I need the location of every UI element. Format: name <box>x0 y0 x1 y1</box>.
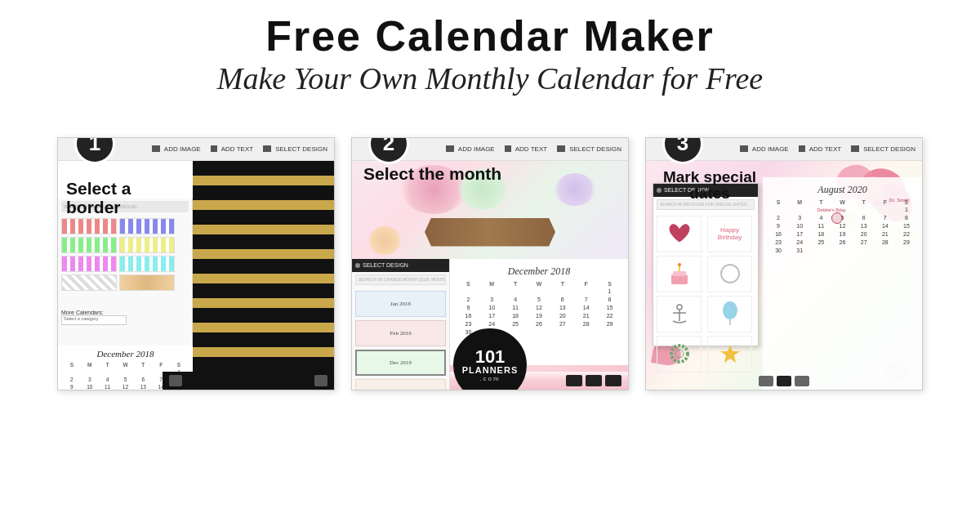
select-design-bar-2[interactable]: SELECT DESIGN <box>352 259 449 272</box>
next-btn-1[interactable] <box>314 375 327 386</box>
card2-left-panel: SELECT DESIGN SEARCH OR CHANGE MONTH (20… <box>352 259 450 390</box>
add-text-btn-2[interactable]: ADD TEXT <box>505 145 547 153</box>
cal-grid-3: SMTWTFS 1Dr. Smith 2 3 <box>768 199 917 255</box>
image-icon-3 <box>740 145 748 152</box>
design-icon <box>263 145 271 152</box>
border-thumb-5[interactable] <box>61 256 117 272</box>
card1-title-area: Select a border <box>58 161 193 221</box>
stamp-com: .com <box>479 375 500 382</box>
border-thumb-7[interactable] <box>61 274 117 291</box>
svg-marker-11 <box>720 345 740 363</box>
svg-point-10 <box>675 350 684 358</box>
select-design-btn-2[interactable]: SELECT DESIGN <box>557 145 621 153</box>
cal-grid-2: SMTWTFS 1 2345678 9101112131415 16171819… <box>457 280 621 337</box>
svg-point-4 <box>721 265 739 283</box>
select-design-btn-1[interactable]: SELECT DESIGN <box>263 145 327 153</box>
svg-point-9 <box>671 346 688 362</box>
step3-label: Mark special dates <box>653 169 767 203</box>
month-thumb-4[interactable]: Jan 2019 <box>355 379 446 390</box>
sdp-icons-grid: HappyBirthday <box>653 212 758 376</box>
step2-label: Select the month <box>363 164 501 183</box>
prev-btn-1[interactable] <box>169 375 182 386</box>
banner-shape <box>425 218 555 247</box>
select-category-dropdown[interactable]: Select a category <box>61 315 127 325</box>
card1-cal-title: December 2018 <box>63 349 188 359</box>
card3-title-area: Mark special dates <box>653 169 767 203</box>
svg-point-3 <box>678 263 681 266</box>
step1-label: Select a border <box>66 179 185 216</box>
sdp-icon-balloon[interactable] <box>707 296 752 332</box>
title-line2: Make Your Own Monthly Calendar for Free <box>16 60 964 98</box>
stamp-101: 101 <box>475 348 506 366</box>
add-text-btn-3[interactable]: ADD TEXT <box>799 145 841 153</box>
border-thumb-6[interactable] <box>119 256 175 272</box>
sdp-icon-wreath[interactable] <box>657 336 702 372</box>
sdp-icon-happy-bday[interactable]: HappyBirthday <box>707 216 752 252</box>
step-card-2: 2 ADD IMAGE ADD TEXT SELECT DESIGN <box>351 137 629 390</box>
month-thumb-3[interactable]: Dec 2018 <box>355 350 446 376</box>
floral-blob-4 <box>368 226 401 255</box>
header: Free Calendar Maker Make Your Own Monthl… <box>0 0 980 105</box>
month-thumb-2[interactable]: Feb 2018 <box>355 320 446 346</box>
design-icon-2 <box>557 145 565 152</box>
border-thumb-8[interactable] <box>119 274 175 291</box>
add-text-btn-1[interactable]: ADD TEXT <box>211 145 253 153</box>
card3-bottom-btns <box>759 376 809 386</box>
btn-2c[interactable] <box>605 375 621 386</box>
design-icon-3 <box>851 145 859 152</box>
card3-select-design-panel: SELECT DESIGN SEARCH IN 500 ICONS FOR SP… <box>653 183 759 346</box>
btn-3c[interactable] <box>795 376 809 386</box>
btn-3a[interactable] <box>759 376 773 386</box>
sdp-icon-heart[interactable] <box>657 216 702 252</box>
sdp-icon-anchor[interactable] <box>657 296 702 332</box>
card2-title-area: Select the month <box>363 164 501 183</box>
text-icon <box>211 145 217 152</box>
month-thumbnails: Jan 2018 Feb 2018 Dec 2018 Jan 2019 <box>352 288 449 390</box>
card2-cal-title: December 2018 <box>457 265 621 278</box>
sdb-dot-2 <box>355 263 360 268</box>
add-image-btn-3[interactable]: ADD IMAGE <box>740 145 789 153</box>
add-image-btn-1[interactable]: ADD IMAGE <box>152 145 201 153</box>
btn-2a[interactable] <box>566 375 582 386</box>
sdp-icon-cake[interactable] <box>657 256 702 292</box>
more-calendars: More Calendars: Select a category <box>58 307 130 328</box>
add-image-btn-2[interactable]: ADD IMAGE <box>446 145 495 153</box>
card1-calendar-area: Select a border SELECT DESIGN SEARCH OR … <box>58 161 193 390</box>
month-thumb-1[interactable]: Jan 2018 <box>355 291 446 317</box>
border-thumbnails <box>58 215 192 294</box>
svg-point-7 <box>723 301 737 319</box>
text-icon-3 <box>799 145 805 152</box>
card2-bottom-btns <box>566 375 621 386</box>
svg-point-5 <box>677 305 682 310</box>
image-icon <box>152 145 160 152</box>
card3-calendar-area: August 2020 SMTWTFS 1Dr. Smith <box>763 177 922 390</box>
steps-container: 1 ADD IMAGE ADD TEXT SELECT DESIGN <box>0 113 980 390</box>
select-design-btn-3[interactable]: SELECT DESIGN <box>851 145 915 153</box>
sdp-icon-star[interactable] <box>707 336 752 372</box>
card3-cal-title: August 2020 <box>768 184 917 196</box>
text-icon-2 <box>505 145 511 152</box>
border-thumb-3[interactable] <box>61 237 117 253</box>
title-line1: Free Calendar Maker <box>16 15 964 57</box>
svg-rect-1 <box>673 271 686 276</box>
border-thumb-4[interactable] <box>119 237 175 253</box>
card2-search[interactable]: SEARCH OR CHANGE MONTH (2018, MONTHLY, C… <box>355 274 446 285</box>
card1-mini-calendar: December 2018 SMTWTFS 1 2345678 91011121… <box>58 346 193 373</box>
btn-3b[interactable] <box>777 376 791 386</box>
sdp-icon-circle[interactable] <box>707 256 752 292</box>
image-icon-2 <box>446 145 454 152</box>
floral-blob-3 <box>555 173 595 206</box>
step-card-1: 1 ADD IMAGE ADD TEXT SELECT DESIGN <box>57 137 335 390</box>
btn-2b[interactable] <box>586 375 602 386</box>
step-card-3: 3 ADD IMAGE ADD TEXT SELECT DESIGN <box>645 137 923 390</box>
stamp-planners: PLANNERS <box>462 366 519 375</box>
card1-bottom-bar <box>163 372 334 390</box>
